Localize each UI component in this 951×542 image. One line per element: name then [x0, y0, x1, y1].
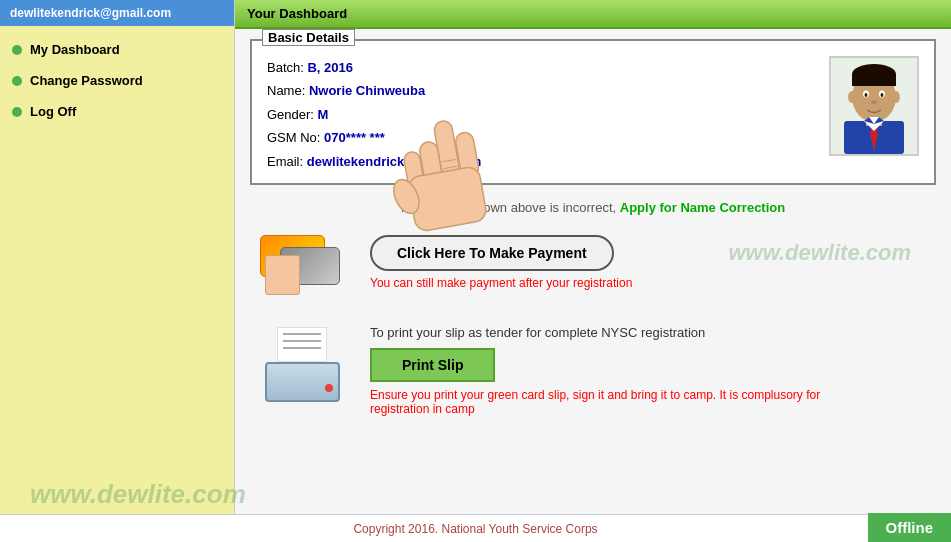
svg-point-9	[848, 91, 856, 103]
gender-value: M	[318, 107, 329, 122]
hand-hold	[265, 255, 300, 295]
print-right: To print your slip as tender for complet…	[370, 325, 870, 416]
user-email: dewlitekendrick@gmail.com	[0, 0, 234, 26]
gsm-row: GSM No: 070**** ***	[267, 126, 481, 149]
batch-value: B, 2016	[307, 60, 353, 75]
email-row: Email: dewlitekendrick@gmail.com	[267, 150, 481, 173]
gender-row: Gender: M	[267, 103, 481, 126]
bullet-icon	[12, 76, 22, 86]
printer-image	[260, 325, 350, 405]
name-correction-link[interactable]: Apply for Name Correction	[620, 200, 785, 215]
bullet-icon	[12, 45, 22, 55]
svg-point-6	[865, 93, 868, 97]
basic-details-text: Batch: B, 2016 Name: Nworie Chinweuba Ge…	[267, 56, 481, 173]
footer: Copyright 2016. National Youth Service C…	[0, 514, 951, 542]
svg-rect-12	[852, 74, 896, 86]
dashboard-body: Basic Details Batch: B, 2016 Name: Nwori…	[235, 29, 951, 431]
sidebar: dewlitekendrick@gmail.com My Dashboard C…	[0, 0, 235, 514]
sidebar-menu: My Dashboard Change Password Log Off	[0, 26, 234, 135]
bullet-icon	[12, 107, 22, 117]
copyright-text: Copyright 2016. National Youth Service C…	[353, 522, 597, 536]
gsm-label: GSM No:	[267, 130, 324, 145]
svg-point-7	[881, 93, 884, 97]
basic-details-content: Batch: B, 2016 Name: Nworie Chinweuba Ge…	[267, 51, 919, 173]
sidebar-item-change-password[interactable]: Change Password	[0, 65, 234, 96]
dashboard-header: Your Dashboard	[235, 0, 951, 29]
sidebar-item-log-off[interactable]: Log Off	[0, 96, 234, 127]
basic-details-legend: Basic Details	[262, 29, 355, 46]
payment-right: Click Here To Make Payment You can still…	[370, 235, 632, 290]
printer-paper	[277, 327, 327, 362]
payment-section: Click Here To Make Payment You can still…	[250, 230, 936, 300]
batch-row: Batch: B, 2016	[267, 56, 481, 79]
print-slip-button[interactable]: Print Slip	[370, 348, 495, 382]
payment-note: You can still make payment after your re…	[370, 276, 632, 290]
printer-dot	[325, 384, 333, 392]
main-content: Your Dashboard Basic Details Batch: B, 2…	[235, 0, 951, 514]
content-area: dewlitekendrick@gmail.com My Dashboard C…	[0, 0, 951, 514]
email-value: dewlitekendrick@gmail.com	[307, 154, 482, 169]
svg-point-10	[892, 91, 900, 103]
name-label: Name:	[267, 83, 309, 98]
email-label: Email:	[267, 154, 307, 169]
svg-point-8	[871, 100, 877, 104]
app-wrapper: dewlitekendrick@gmail.com My Dashboard C…	[0, 0, 951, 542]
offline-badge: Offline	[868, 513, 952, 542]
name-correction-notice: If the name shown above is incorrect, Ap…	[250, 200, 936, 215]
gsm-value: 070**** ***	[324, 130, 385, 145]
paper-line	[283, 347, 321, 349]
print-section: To print your slip as tender for complet…	[250, 320, 936, 421]
make-payment-button[interactable]: Click Here To Make Payment	[370, 235, 614, 271]
name-row: Name: Nworie Chinweuba	[267, 79, 481, 102]
batch-label: Batch:	[267, 60, 307, 75]
print-note: Ensure you print your green card slip, s…	[370, 388, 870, 416]
gender-label: Gender:	[267, 107, 318, 122]
basic-details-box: Basic Details Batch: B, 2016 Name: Nwori…	[250, 39, 936, 185]
paper-line	[283, 333, 321, 335]
printer-body	[265, 362, 340, 402]
payment-card-image	[260, 235, 350, 295]
name-correction-text: If the name shown above is incorrect,	[401, 200, 620, 215]
print-title: To print your slip as tender for complet…	[370, 325, 705, 340]
avatar	[829, 56, 919, 156]
printer-icon	[265, 327, 345, 402]
sidebar-item-my-dashboard[interactable]: My Dashboard	[0, 34, 234, 65]
avatar-image	[834, 59, 914, 154]
name-value: Nworie Chinweuba	[309, 83, 425, 98]
paper-line	[283, 340, 321, 342]
